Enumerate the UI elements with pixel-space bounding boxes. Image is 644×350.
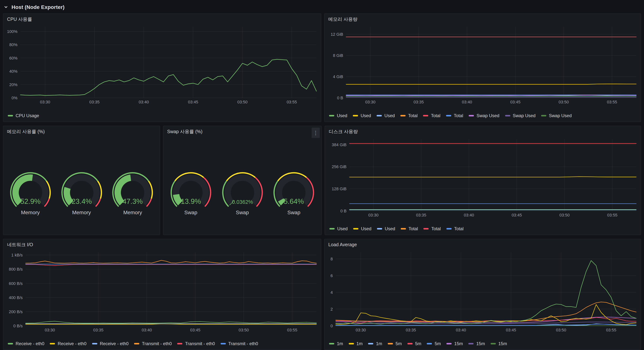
legend-item[interactable]: 15m	[490, 341, 507, 346]
legend-swatch	[468, 343, 474, 344]
panel-header[interactable]: 네트워크 I/O	[3, 239, 321, 250]
svg-text:03:35: 03:35	[93, 328, 104, 332]
legend-item[interactable]: Total	[424, 226, 441, 231]
legend-item[interactable]: Total	[446, 226, 464, 231]
chart-canvas[interactable]: 03:3003:3503:4003:4503:5003:550 B/s200 B…	[5, 249, 319, 333]
panel-header[interactable]: CPU 사용률	[3, 14, 321, 24]
legend-item[interactable]: Total	[401, 226, 418, 231]
chart-canvas[interactable]: 03:3003:3503:4003:4503:5003:5502468	[326, 249, 638, 333]
dashboard-row-toggle[interactable]: Host (Node Exporter)	[4, 3, 64, 11]
panel-load-average: Load Average 03:3003:3503:4003:4503:5003…	[324, 239, 641, 350]
gauge-arc: 23.4%	[58, 171, 106, 209]
svg-text:03:45: 03:45	[188, 100, 198, 104]
svg-text:03:55: 03:55	[607, 100, 617, 104]
legend-swatch	[330, 228, 335, 230]
legend-label: 5m	[396, 341, 402, 346]
disk-chart[interactable]: 03:3003:3503:4003:4503:5003:550 B128 GiB…	[326, 136, 638, 218]
chart-canvas[interactable]: 03:3003:3503:4003:4503:5003:550 B4 GiB8 …	[326, 24, 638, 105]
legend-label: Transmit - eth0	[185, 341, 215, 346]
gauge-arc: 52.9%	[6, 171, 54, 209]
panel-memory-gauge: 메모리 사용률 (%) 52.9%Memory23.4%Memory47.3%M…	[3, 126, 160, 235]
legend-label: 1m	[337, 341, 343, 346]
load-chart[interactable]: 03:3003:3503:4003:4503:5003:5502468	[326, 249, 638, 333]
svg-text:23.4%: 23.4%	[72, 197, 92, 205]
panel-header[interactable]: Load Average	[324, 239, 641, 250]
legend-item[interactable]: Transmit - eth0	[177, 341, 215, 346]
legend-item[interactable]: Used	[376, 113, 395, 118]
legend-item[interactable]: Receive - eth0	[50, 341, 86, 346]
legend-swatch	[353, 115, 358, 116]
legend-item[interactable]: Total	[446, 113, 463, 118]
legend-item[interactable]: 1m	[368, 341, 382, 346]
legend-item[interactable]: 15m	[468, 341, 485, 346]
svg-text:03:45: 03:45	[506, 328, 516, 332]
legend-label: 1m	[356, 341, 362, 346]
svg-text:03:50: 03:50	[559, 213, 570, 217]
cpu-chart[interactable]: 03:3003:3503:4003:4503:5003:550%20%40%60…	[5, 24, 319, 105]
legend-swatch	[220, 343, 226, 344]
network-chart[interactable]: 03:3003:3503:4003:4503:5003:550 B/s200 B…	[5, 249, 319, 333]
legend-item[interactable]: Swap Used	[541, 113, 572, 118]
grafana-dashboard: Host (Node Exporter) CPU 사용률 03:3003:350…	[0, 0, 644, 350]
legend-label: 5m	[415, 341, 421, 346]
panel-header[interactable]: Swap 사용률 (%)	[164, 126, 321, 136]
panel-memory-usage: 메모리 사용량 03:3003:3503:4003:4503:5003:550 …	[324, 13, 641, 122]
legend-swatch	[377, 228, 382, 230]
legend-label: 15m	[476, 341, 485, 346]
legend-item[interactable]: 1m	[329, 341, 343, 346]
legend-label: Total	[408, 113, 418, 118]
legend-swatch	[134, 343, 139, 344]
legend-item[interactable]: Swap Used	[505, 113, 536, 118]
legend-item[interactable]: Total	[400, 113, 418, 118]
legend-item[interactable]: Used	[353, 226, 372, 231]
legend-item[interactable]: Transmit - eth0	[220, 341, 258, 346]
legend-label: Used	[385, 226, 395, 231]
legend-item[interactable]: Used	[353, 113, 371, 118]
legend-swatch	[388, 343, 393, 344]
load-legend: 1m1m1m5m5m5m15m15m15m	[329, 340, 638, 347]
legend-label: Used	[337, 226, 348, 231]
gauge-arc: 0.0362%	[218, 171, 266, 209]
svg-text:100%: 100%	[7, 29, 18, 34]
legend-label: 1m	[376, 341, 382, 346]
panel-header[interactable]: 메모리 사용률 (%)	[3, 126, 160, 136]
legend-item[interactable]: 5m	[407, 341, 421, 346]
legend-label: Transmit - eth0	[142, 341, 172, 346]
cpu-legend: CPU Usage	[8, 112, 318, 119]
panel-header[interactable]: 메모리 사용량	[324, 14, 641, 24]
legend-item[interactable]: Receive - eth0	[92, 341, 129, 346]
legend-item[interactable]: Used	[329, 113, 347, 118]
legend-item[interactable]: 5m	[427, 341, 441, 346]
svg-text:60%: 60%	[9, 56, 18, 60]
panel-title: 네트워크 I/O	[7, 242, 33, 248]
svg-text:03:45: 03:45	[510, 100, 520, 104]
legend-label: Receive - eth0	[16, 341, 44, 346]
memory-chart[interactable]: 03:3003:3503:4003:4503:5003:550 B4 GiB8 …	[326, 24, 638, 105]
legend-item[interactable]: Receive - eth0	[8, 341, 44, 346]
legend-item[interactable]: Total	[423, 113, 440, 118]
chart-canvas[interactable]: 03:3003:3503:4003:4503:5003:550%20%40%60…	[5, 24, 319, 105]
svg-text:5.64%: 5.64%	[284, 197, 304, 205]
legend-item[interactable]: Swap Used	[469, 113, 499, 118]
legend-item[interactable]: Used	[330, 226, 348, 231]
svg-text:03:40: 03:40	[142, 328, 152, 332]
legend-swatch	[424, 228, 429, 230]
legend-swatch	[401, 228, 406, 230]
svg-text:47.3%: 47.3%	[122, 197, 142, 205]
svg-text:384 GiB: 384 GiB	[332, 142, 347, 147]
legend-item[interactable]: CPU Usage	[8, 113, 39, 118]
legend-item[interactable]: 15m	[446, 341, 463, 346]
legend-item[interactable]: 5m	[388, 341, 402, 346]
legend-item[interactable]: Transmit - eth0	[134, 341, 172, 346]
legend-swatch	[541, 115, 546, 116]
legend-item[interactable]: 1m	[348, 341, 362, 346]
legend-swatch	[329, 343, 334, 344]
legend-item[interactable]: Used	[377, 226, 395, 231]
svg-text:0.0362%: 0.0362%	[232, 199, 253, 205]
panel-title: 디스크 사용량	[329, 128, 358, 135]
chart-canvas[interactable]: 03:3003:3503:4003:4503:5003:550 B128 GiB…	[326, 136, 638, 218]
svg-text:03:45: 03:45	[512, 213, 522, 217]
legend-label: Total	[431, 113, 440, 118]
panel-header[interactable]: 디스크 사용량	[325, 126, 641, 136]
gauge-label: Swap	[287, 209, 300, 215]
